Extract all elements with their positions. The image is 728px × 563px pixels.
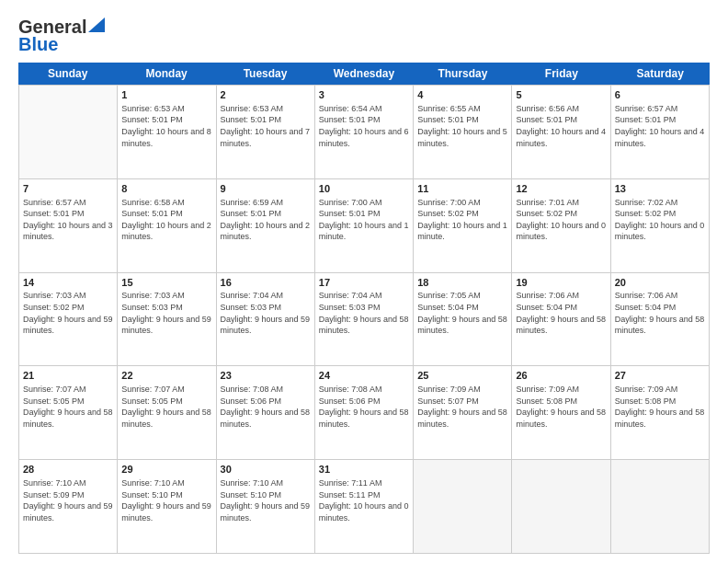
day-number: 9 — [221, 182, 311, 196]
day-number: 25 — [417, 369, 507, 383]
day-number: 28 — [23, 463, 113, 477]
cell-info: Sunrise: 7:10 AMSunset: 5:10 PMDaylight:… — [221, 477, 311, 523]
day-number: 29 — [121, 463, 211, 477]
cell-info: Sunrise: 7:10 AMSunset: 5:10 PMDaylight:… — [121, 477, 211, 523]
cell-info: Sunrise: 7:01 AMSunset: 5:02 PMDaylight:… — [516, 197, 606, 243]
calendar-cell: 14Sunrise: 7:03 AMSunset: 5:02 PMDayligh… — [19, 273, 118, 366]
cell-info: Sunrise: 7:07 AMSunset: 5:05 PMDaylight:… — [23, 384, 113, 430]
day-number: 24 — [319, 369, 409, 383]
day-number: 23 — [221, 369, 311, 383]
day-number: 22 — [121, 369, 211, 383]
cell-info: Sunrise: 6:57 AMSunset: 5:01 PMDaylight:… — [615, 103, 705, 149]
calendar-row: 28Sunrise: 7:10 AMSunset: 5:09 PMDayligh… — [19, 459, 710, 553]
calendar-cell: 22Sunrise: 7:07 AMSunset: 5:05 PMDayligh… — [118, 366, 216, 459]
cell-info: Sunrise: 6:58 AMSunset: 5:01 PMDaylight:… — [121, 197, 211, 243]
calendar-cell — [611, 460, 710, 553]
calendar-cell: 27Sunrise: 7:09 AMSunset: 5:08 PMDayligh… — [611, 366, 710, 459]
calendar-cell: 11Sunrise: 7:00 AMSunset: 5:02 PMDayligh… — [414, 179, 512, 272]
logo-blue: Blue — [18, 34, 58, 55]
day-number: 7 — [23, 182, 113, 196]
calendar-cell: 8Sunrise: 6:58 AMSunset: 5:01 PMDaylight… — [118, 179, 216, 272]
day-number: 2 — [221, 88, 311, 102]
cell-info: Sunrise: 7:06 AMSunset: 5:04 PMDaylight:… — [615, 290, 705, 336]
calendar: SundayMondayTuesdayWednesdayThursdayFrid… — [18, 63, 710, 554]
page: General Blue SundayMondayTuesdayWednesda… — [0, 0, 728, 563]
calendar-row: 21Sunrise: 7:07 AMSunset: 5:05 PMDayligh… — [19, 365, 710, 459]
day-number: 20 — [615, 276, 705, 290]
cell-info: Sunrise: 6:53 AMSunset: 5:01 PMDaylight:… — [121, 103, 211, 149]
weekday-header: Monday — [117, 63, 215, 85]
day-number: 17 — [319, 276, 409, 290]
calendar-cell: 23Sunrise: 7:08 AMSunset: 5:06 PMDayligh… — [217, 366, 315, 459]
calendar-cell: 20Sunrise: 7:06 AMSunset: 5:04 PMDayligh… — [611, 273, 710, 366]
cell-info: Sunrise: 7:08 AMSunset: 5:06 PMDaylight:… — [319, 384, 409, 430]
calendar-row: 7Sunrise: 6:57 AMSunset: 5:01 PMDaylight… — [19, 178, 710, 272]
calendar-cell: 12Sunrise: 7:01 AMSunset: 5:02 PMDayligh… — [512, 179, 610, 272]
calendar-cell: 16Sunrise: 7:04 AMSunset: 5:03 PMDayligh… — [217, 273, 315, 366]
day-number: 16 — [221, 276, 311, 290]
day-number: 13 — [615, 182, 705, 196]
day-number: 27 — [615, 369, 705, 383]
cell-info: Sunrise: 7:09 AMSunset: 5:07 PMDaylight:… — [417, 384, 507, 430]
calendar-cell: 28Sunrise: 7:10 AMSunset: 5:09 PMDayligh… — [19, 460, 118, 553]
day-number: 3 — [319, 88, 409, 102]
day-number: 26 — [516, 369, 606, 383]
cell-info: Sunrise: 7:07 AMSunset: 5:05 PMDaylight:… — [121, 384, 211, 430]
day-number: 30 — [221, 463, 311, 477]
svg-marker-0 — [88, 17, 105, 32]
day-number: 10 — [319, 182, 409, 196]
day-number: 1 — [121, 88, 211, 102]
day-number: 14 — [23, 276, 113, 290]
day-number: 19 — [516, 276, 606, 290]
day-number: 21 — [23, 369, 113, 383]
weekday-header: Sunday — [18, 63, 117, 85]
weekday-header: Wednesday — [314, 63, 413, 85]
calendar-body: 1Sunrise: 6:53 AMSunset: 5:01 PMDaylight… — [18, 85, 710, 554]
weekday-header: Thursday — [414, 63, 512, 85]
calendar-cell: 26Sunrise: 7:09 AMSunset: 5:08 PMDayligh… — [512, 366, 610, 459]
cell-info: Sunrise: 7:10 AMSunset: 5:09 PMDaylight:… — [23, 477, 113, 523]
cell-info: Sunrise: 6:57 AMSunset: 5:01 PMDaylight:… — [23, 197, 113, 243]
calendar-row: 1Sunrise: 6:53 AMSunset: 5:01 PMDaylight… — [19, 85, 710, 178]
day-number: 15 — [121, 276, 211, 290]
calendar-cell — [19, 86, 118, 178]
calendar-cell: 6Sunrise: 6:57 AMSunset: 5:01 PMDaylight… — [611, 86, 710, 178]
calendar-cell: 4Sunrise: 6:55 AMSunset: 5:01 PMDaylight… — [414, 86, 512, 178]
cell-info: Sunrise: 6:59 AMSunset: 5:01 PMDaylight:… — [221, 197, 311, 243]
cell-info: Sunrise: 7:09 AMSunset: 5:08 PMDaylight:… — [516, 384, 606, 430]
calendar-cell: 21Sunrise: 7:07 AMSunset: 5:05 PMDayligh… — [19, 366, 118, 459]
day-number: 18 — [417, 276, 507, 290]
cell-info: Sunrise: 6:54 AMSunset: 5:01 PMDaylight:… — [319, 103, 409, 149]
calendar-cell: 30Sunrise: 7:10 AMSunset: 5:10 PMDayligh… — [217, 460, 315, 553]
weekday-header: Friday — [512, 63, 610, 85]
cell-info: Sunrise: 7:02 AMSunset: 5:02 PMDaylight:… — [615, 197, 705, 243]
day-number: 4 — [417, 88, 507, 102]
cell-info: Sunrise: 7:00 AMSunset: 5:02 PMDaylight:… — [417, 197, 507, 243]
calendar-cell: 1Sunrise: 6:53 AMSunset: 5:01 PMDaylight… — [118, 86, 216, 178]
calendar-cell — [512, 460, 610, 553]
calendar-cell: 31Sunrise: 7:11 AMSunset: 5:11 PMDayligh… — [315, 460, 414, 553]
logo: General Blue — [18, 17, 105, 55]
calendar-cell: 24Sunrise: 7:08 AMSunset: 5:06 PMDayligh… — [315, 366, 414, 459]
calendar-cell: 10Sunrise: 7:00 AMSunset: 5:01 PMDayligh… — [315, 179, 414, 272]
calendar-cell: 9Sunrise: 6:59 AMSunset: 5:01 PMDaylight… — [217, 179, 315, 272]
calendar-cell: 7Sunrise: 6:57 AMSunset: 5:01 PMDaylight… — [19, 179, 118, 272]
header: General Blue — [18, 17, 710, 55]
calendar-cell: 15Sunrise: 7:03 AMSunset: 5:03 PMDayligh… — [118, 273, 216, 366]
calendar-cell: 13Sunrise: 7:02 AMSunset: 5:02 PMDayligh… — [611, 179, 710, 272]
cell-info: Sunrise: 7:00 AMSunset: 5:01 PMDaylight:… — [319, 197, 409, 243]
calendar-cell: 18Sunrise: 7:05 AMSunset: 5:04 PMDayligh… — [414, 273, 512, 366]
cell-info: Sunrise: 7:03 AMSunset: 5:03 PMDaylight:… — [121, 290, 211, 336]
calendar-cell: 29Sunrise: 7:10 AMSunset: 5:10 PMDayligh… — [118, 460, 216, 553]
calendar-cell: 17Sunrise: 7:04 AMSunset: 5:03 PMDayligh… — [315, 273, 414, 366]
day-number: 6 — [615, 88, 705, 102]
calendar-header: SundayMondayTuesdayWednesdayThursdayFrid… — [18, 63, 710, 85]
calendar-cell: 19Sunrise: 7:06 AMSunset: 5:04 PMDayligh… — [512, 273, 610, 366]
cell-info: Sunrise: 6:56 AMSunset: 5:01 PMDaylight:… — [516, 103, 606, 149]
logo-icon — [88, 17, 105, 32]
cell-info: Sunrise: 7:04 AMSunset: 5:03 PMDaylight:… — [221, 290, 311, 336]
calendar-cell: 3Sunrise: 6:54 AMSunset: 5:01 PMDaylight… — [315, 86, 414, 178]
weekday-header: Saturday — [611, 63, 710, 85]
day-number: 5 — [516, 88, 606, 102]
day-number: 31 — [319, 463, 409, 477]
